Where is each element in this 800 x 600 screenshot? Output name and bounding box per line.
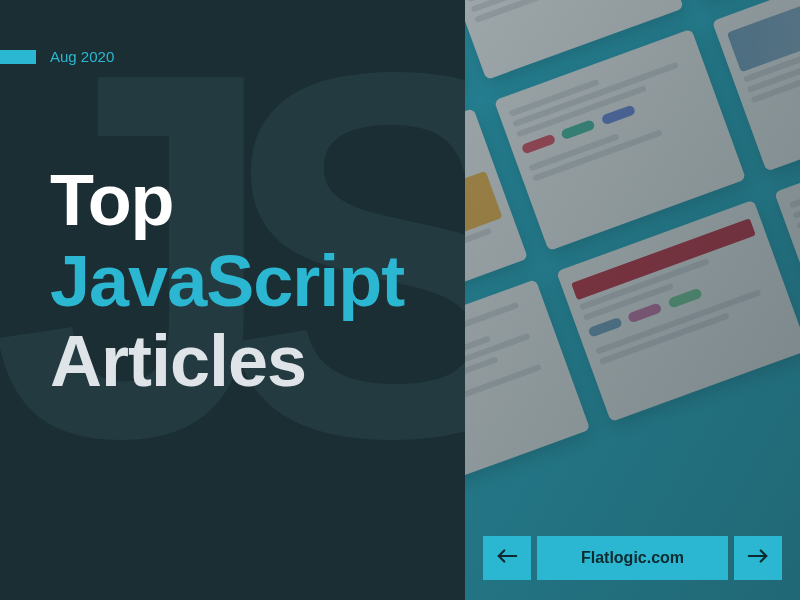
headline: Top JavaScript Articles xyxy=(50,160,404,402)
bottom-nav-bar: Flatlogic.com xyxy=(483,536,782,580)
hero-right-panel: Flatlogic.com xyxy=(465,0,800,600)
headline-line-1: Top xyxy=(50,160,404,241)
headline-line-3: Articles xyxy=(50,321,404,402)
date-row: Aug 2020 xyxy=(0,48,114,65)
brand-link-label: Flatlogic.com xyxy=(581,549,684,567)
headline-line-2: JavaScript xyxy=(50,241,404,322)
arrow-right-icon xyxy=(747,547,769,569)
date-label: Aug 2020 xyxy=(50,48,114,65)
brand-link[interactable]: Flatlogic.com xyxy=(537,536,728,580)
hero-left-panel: JS Aug 2020 Top JavaScript Articles xyxy=(0,0,465,600)
prev-button[interactable] xyxy=(483,536,531,580)
accent-bar xyxy=(0,50,36,64)
arrow-left-icon xyxy=(496,547,518,569)
dashboard-mosaic xyxy=(465,0,800,600)
next-button[interactable] xyxy=(734,536,782,580)
